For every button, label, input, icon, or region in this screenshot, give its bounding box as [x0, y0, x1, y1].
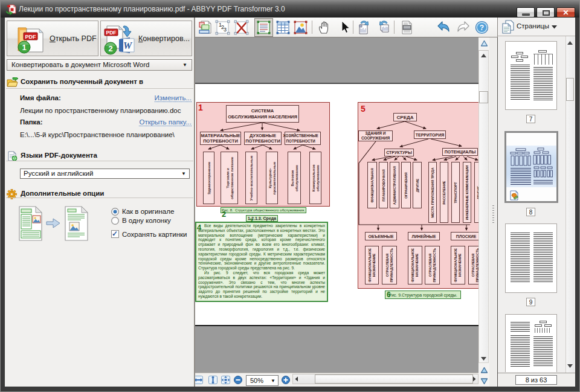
svg-text:PDF: PDF — [25, 34, 37, 40]
svg-text:3: 3 — [224, 27, 227, 33]
svg-text:1: 1 — [22, 43, 26, 52]
svg-text:2: 2 — [108, 44, 112, 53]
svg-text:PDF: PDF — [106, 30, 117, 36]
svg-text:W: W — [123, 40, 133, 51]
svg-text:?: ? — [480, 24, 484, 32]
